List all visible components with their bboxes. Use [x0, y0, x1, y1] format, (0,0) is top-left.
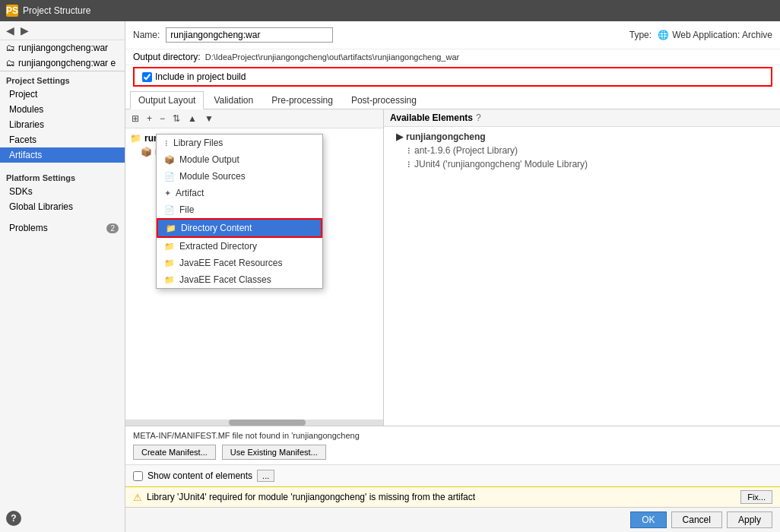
- show-content-options-button[interactable]: ...: [257, 470, 274, 482]
- available-elements-label: Available Elements: [390, 112, 473, 123]
- artifact-icon: ✦: [164, 188, 171, 198]
- menu-item-extracted-directory[interactable]: 📁 Extracted Directory: [157, 238, 322, 255]
- show-content-checkbox[interactable]: [133, 471, 143, 481]
- avail-item-junit[interactable]: ⫶ JUnit4 ('runjiangongcheng' Module Libr…: [384, 157, 780, 171]
- tab-output-layout[interactable]: Output Layout: [130, 91, 204, 109]
- project-settings-label: Project Settings: [0, 71, 125, 87]
- platform-settings-section: Platform Settings SDKs Global Libraries: [0, 169, 125, 214]
- add-element-button[interactable]: +: [144, 112, 155, 125]
- sidebar: ◀ ▶ 🗂 runjiangongcheng:war 🗂 runjiangong…: [0, 21, 125, 532]
- avail-junit-label: JUnit4 ('runjiangongcheng' Module Librar…: [414, 159, 588, 169]
- name-label: Name:: [133, 30, 160, 40]
- output-layout-body: ⊞ + − ⇅ ▲ ▼ 📁 runjia... 📦 ru...: [125, 109, 780, 426]
- manifest-warning-text: META-INF/MANIFEST.MF file not found in '…: [133, 431, 772, 440]
- menu-module-sources-label: Module Sources: [179, 171, 246, 182]
- nav-back-button[interactable]: ◀: [5, 24, 16, 36]
- sidebar-item-libraries[interactable]: Libraries: [0, 117, 125, 132]
- sidebar-facets-label: Facets: [9, 135, 36, 145]
- use-existing-manifest-button[interactable]: Use Existing Manifest...: [222, 445, 326, 460]
- tab-preprocessing[interactable]: Pre-processing: [263, 91, 341, 109]
- cancel-button[interactable]: Cancel: [671, 511, 722, 528]
- name-input[interactable]: [166, 27, 333, 43]
- avail-item-root[interactable]: ▶ runjiangongcheng: [384, 130, 780, 144]
- apply-button[interactable]: Apply: [727, 511, 772, 528]
- menu-item-file[interactable]: 📄 File: [157, 201, 322, 218]
- layout-right-panel: Available Elements ? ▶ runjiangongcheng …: [384, 109, 780, 426]
- dropdown-menu: ⫶ Library Files 📦 Module Output 📄 Module…: [156, 134, 323, 289]
- menu-artifact-label: Artifact: [176, 188, 204, 198]
- scroll-thumb: [229, 420, 306, 426]
- sidebar-item-problems[interactable]: Problems 2: [0, 220, 125, 236]
- menu-file-label: File: [179, 204, 194, 215]
- sidebar-sdks-label: SDKs: [9, 186, 33, 197]
- move-down-button[interactable]: ▼: [201, 112, 217, 125]
- sidebar-item-project[interactable]: Project: [0, 87, 125, 102]
- menu-javaee-resources-label: JavaEE Facet Resources: [179, 258, 282, 268]
- menu-item-module-sources[interactable]: 📄 Module Sources: [157, 168, 322, 185]
- sort-button[interactable]: ⇅: [170, 112, 183, 125]
- tabs-row: Output Layout Validation Pre-processing …: [125, 91, 780, 109]
- tab-validation[interactable]: Validation: [205, 91, 262, 109]
- show-subdir-button[interactable]: ⊞: [128, 112, 142, 125]
- sidebar-item-sdks[interactable]: SDKs: [0, 184, 125, 199]
- output-dir-label: Output directory:: [133, 52, 201, 62]
- module-sources-icon: 📄: [164, 172, 175, 182]
- menu-item-artifact[interactable]: ✦ Artifact: [157, 185, 322, 201]
- avail-root-icon: ▶: [396, 131, 403, 142]
- tree-root-icon: 📁: [130, 133, 141, 144]
- menu-library-files-label: Library Files: [173, 138, 223, 148]
- available-elements-header: Available Elements ?: [384, 109, 780, 127]
- nav-forward-button[interactable]: ▶: [19, 24, 30, 36]
- sidebar-project-label: Project: [9, 89, 37, 100]
- artifact-item-war[interactable]: 🗂 runjiangongcheng:war: [0, 40, 125, 55]
- tree-child-icon: 📦: [141, 147, 152, 157]
- app-icon: PS: [6, 5, 18, 17]
- menu-item-directory-content[interactable]: 📁 Directory Content: [157, 218, 322, 238]
- content-area: Name: Type: 🌐 Web Application: Archive O…: [125, 21, 780, 532]
- ok-button[interactable]: OK: [630, 511, 666, 528]
- footer-buttons: OK Cancel Apply: [125, 507, 780, 532]
- output-dir-row: Output directory: D:\IdeaProject\runjian…: [125, 49, 780, 65]
- manifest-section: META-INF/MANIFEST.MF file not found in '…: [125, 426, 780, 464]
- avail-root-label: runjiangongcheng: [406, 131, 486, 142]
- sidebar-item-modules[interactable]: Modules: [0, 102, 125, 117]
- artifact-war-label: runjiangongcheng:war: [18, 43, 108, 53]
- available-help-icon[interactable]: ?: [476, 112, 481, 123]
- menu-item-module-output[interactable]: 📦 Module Output: [157, 151, 322, 168]
- menu-extracted-directory-label: Extracted Directory: [179, 241, 257, 252]
- show-content-row: Show content of elements ...: [125, 464, 780, 486]
- artifact-war-e-icon: 🗂: [6, 58, 15, 68]
- title-text: Project Structure: [23, 5, 90, 16]
- artifact-item-war-e[interactable]: 🗂 runjiangongcheng:war e: [0, 55, 125, 71]
- help-icon[interactable]: ?: [6, 511, 21, 526]
- sidebar-artifacts-label: Artifacts: [9, 150, 42, 160]
- layout-toolbar: ⊞ + − ⇅ ▲ ▼: [125, 109, 383, 128]
- avail-item-ant[interactable]: ⫶ ant-1.9.6 (Project Library): [384, 144, 780, 157]
- tab-postprocessing[interactable]: Post-processing: [343, 91, 425, 109]
- move-up-button[interactable]: ▲: [185, 112, 200, 125]
- name-row: Name: Type: 🌐 Web Application: Archive: [125, 21, 780, 49]
- include-build-label: Include in project build: [155, 71, 246, 82]
- fix-button[interactable]: Fix...: [740, 490, 772, 504]
- menu-item-javaee-classes[interactable]: 📁 JavaEE Facet Classes: [157, 271, 322, 288]
- sidebar-item-artifacts[interactable]: Artifacts: [0, 147, 125, 163]
- manifest-buttons: Create Manifest... Use Existing Manifest…: [133, 445, 772, 460]
- horizontal-scrollbar[interactable]: [125, 420, 383, 426]
- sidebar-item-facets[interactable]: Facets: [0, 132, 125, 147]
- title-bar: PS Project Structure: [0, 0, 780, 21]
- menu-item-library-files[interactable]: ⫶ Library Files: [157, 135, 322, 151]
- platform-settings-label: Platform Settings: [0, 169, 125, 184]
- type-icon: 🌐: [658, 30, 669, 40]
- file-icon: 📄: [164, 205, 175, 215]
- menu-item-javaee-resources[interactable]: 📁 JavaEE Facet Resources: [157, 255, 322, 271]
- menu-javaee-classes-label: JavaEE Facet Classes: [179, 274, 271, 285]
- module-output-icon: 📦: [164, 155, 175, 165]
- remove-element-button[interactable]: −: [157, 112, 168, 125]
- javaee-classes-icon: 📁: [164, 275, 175, 285]
- create-manifest-button[interactable]: Create Manifest...: [133, 445, 216, 460]
- include-build-checkbox[interactable]: [142, 72, 152, 82]
- library-files-icon: ⫶: [164, 138, 169, 147]
- sidebar-item-global-libraries[interactable]: Global Libraries: [0, 199, 125, 214]
- sidebar-libraries-label: Libraries: [9, 119, 44, 130]
- problems-badge: 2: [106, 223, 119, 233]
